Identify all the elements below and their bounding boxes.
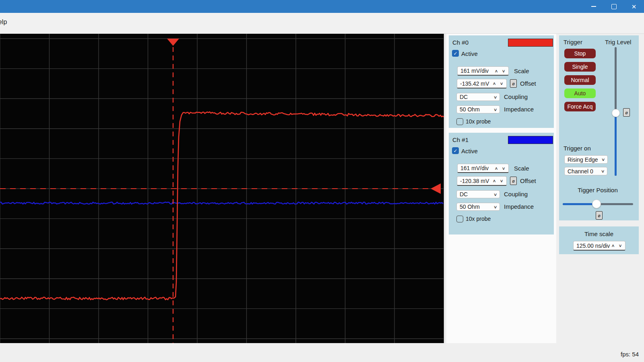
time-scale-panel: Time scale 125.00 ns/div ∧∨: [559, 226, 639, 254]
increment-icon[interactable]: ∧: [495, 69, 498, 73]
trigger-stop-button[interactable]: Stop: [564, 49, 596, 58]
impedance-value: 50 Ohm: [460, 106, 480, 113]
time-scale-spinner[interactable]: 125.00 ns/div ∧∨: [573, 241, 625, 251]
channel-1-card: Ch #1 ✓ Active 161 mV/div ∧∨ Scale -120.…: [449, 133, 554, 234]
trigger-single-button[interactable]: Single: [564, 62, 596, 72]
minimize-icon: [591, 6, 596, 7]
decrement-icon[interactable]: ∨: [500, 81, 504, 86]
trig-level-slider-thumb[interactable]: [612, 109, 620, 117]
channel-0-active-checkbox[interactable]: ✓: [452, 50, 459, 57]
channel-1-impedance-select[interactable]: 50 Ohm ∨: [456, 203, 500, 211]
channel-1-probe-checkbox[interactable]: [456, 216, 463, 222]
zero-icon: ø: [512, 81, 515, 86]
time-scale-value: 125.00 ns/div: [576, 243, 610, 249]
zero-icon: ø: [512, 179, 515, 183]
offset-value: -120.38 mV: [460, 178, 489, 184]
offset-value: -135.42 mV: [460, 80, 489, 87]
minimize-button[interactable]: [584, 0, 604, 13]
probe-label: 10x probe: [466, 216, 491, 222]
channel-0-offset-zero-button[interactable]: ø: [510, 79, 517, 88]
channel-0-title: Ch #0: [452, 39, 469, 46]
maximize-button[interactable]: [604, 0, 624, 13]
channel-0-card: Ch #0 ✓ Active 161 mV/div ∧∨ Scale -135.…: [449, 35, 554, 128]
title-bar: ✕: [0, 0, 644, 13]
scale-value: 161 mV/div: [460, 165, 489, 171]
menu-item-help[interactable]: Help: [0, 19, 7, 26]
channel-0-probe-checkbox[interactable]: [456, 118, 463, 125]
trigger-position-slider-fill: [563, 203, 597, 205]
decrement-icon[interactable]: ∨: [502, 166, 506, 171]
channel-1-offset-spinner[interactable]: -120.38 mV ∧∨: [457, 176, 507, 186]
fps-counter: fps: 54: [621, 351, 639, 358]
channel-0-scale-spinner[interactable]: 161 mV/div ∧∨: [457, 66, 509, 76]
decrement-icon[interactable]: ∨: [502, 69, 506, 73]
close-button[interactable]: ✕: [624, 0, 644, 13]
trigger-force-acq-button[interactable]: Force Acq: [564, 102, 596, 111]
coupling-value: DC: [460, 191, 468, 197]
channel-0-impedance-select[interactable]: 50 Ohm ∨: [456, 105, 500, 113]
increment-icon[interactable]: ∧: [611, 243, 615, 248]
window-controls: ✕: [584, 0, 644, 13]
trigger-on-label: Trigger on: [564, 145, 591, 152]
coupling-label: Coupling: [504, 191, 528, 197]
menu-clip-region: Help: [0, 13, 24, 33]
chevron-down-icon: ∨: [493, 95, 497, 99]
time-scale-title: Time scale: [559, 230, 639, 237]
scale-value: 161 mV/div: [460, 68, 489, 74]
check-icon: ✓: [453, 51, 457, 56]
zero-icon: ø: [598, 213, 601, 218]
channel-1-offset-zero-button[interactable]: ø: [510, 177, 517, 185]
coupling-label: Coupling: [504, 93, 528, 100]
active-label: Active: [461, 148, 478, 154]
trigger-auto-button[interactable]: Auto: [564, 88, 596, 98]
impedance-label: Impedance: [504, 106, 534, 113]
trigger-normal-button[interactable]: Normal: [564, 75, 596, 85]
chevron-down-icon: ∨: [601, 157, 605, 162]
coupling-value: DC: [460, 94, 468, 100]
decrement-icon[interactable]: ∨: [500, 179, 504, 183]
close-icon: ✕: [632, 4, 637, 10]
edge-value: Rising Edge: [568, 156, 598, 163]
trigger-position-zero-button[interactable]: ø: [596, 211, 603, 220]
active-label: Active: [461, 50, 478, 57]
increment-icon[interactable]: ∧: [495, 166, 498, 171]
channel-0-color-swatch[interactable]: [508, 39, 553, 47]
trigger-title: Trigger: [564, 39, 582, 45]
trig-level-zero-button[interactable]: ø: [623, 108, 630, 117]
zero-icon: ø: [625, 110, 628, 115]
oscilloscope-display[interactable]: [0, 34, 444, 343]
impedance-label: Impedance: [504, 203, 534, 210]
channels-panel: Ch #0 ✓ Active 161 mV/div ∧∨ Scale -135.…: [446, 34, 556, 343]
channel-1-color-swatch[interactable]: [508, 136, 553, 144]
trigger-position-label: Tigger Position: [559, 187, 636, 193]
channel-0-coupling-select[interactable]: DC ∨: [456, 93, 500, 101]
trigger-position-slider-thumb[interactable]: [592, 200, 601, 208]
decrement-icon[interactable]: ∨: [619, 243, 622, 248]
scale-label: Scale: [514, 165, 529, 172]
channel-1-scale-spinner[interactable]: 161 mV/div ∧∨: [457, 164, 509, 173]
chevron-down-icon: ∨: [493, 107, 497, 112]
impedance-value: 50 Ohm: [460, 204, 480, 210]
source-value: Channel 0: [568, 168, 593, 175]
trace-channel-0: [0, 112, 444, 300]
maximize-icon: [611, 4, 617, 9]
trig-level-slider-fill: [615, 113, 617, 176]
trigger-source-select[interactable]: Channel 0 ∨: [564, 167, 607, 175]
chevron-down-icon: ∨: [601, 169, 605, 173]
trig-level-label: Trig Level: [605, 39, 631, 45]
trigger-position-marker[interactable]: [167, 39, 179, 46]
channel-1-active-checkbox[interactable]: ✓: [452, 147, 459, 154]
channel-0-offset-spinner[interactable]: -135.42 mV ∧∨: [457, 79, 507, 88]
probe-label: 10x probe: [466, 118, 491, 125]
channel-1-title: Ch #1: [452, 136, 469, 143]
increment-icon[interactable]: ∧: [493, 81, 496, 86]
trigger-level-marker[interactable]: [431, 183, 441, 194]
offset-label: Offset: [520, 177, 536, 184]
menu-bar: [0, 13, 644, 34]
scope-canvas: [0, 34, 444, 343]
channel-1-coupling-select[interactable]: DC ∨: [456, 190, 500, 198]
increment-icon[interactable]: ∧: [493, 179, 496, 183]
trigger-edge-select[interactable]: Rising Edge ∨: [564, 155, 608, 164]
chevron-down-icon: ∨: [493, 205, 497, 209]
chevron-down-icon: ∨: [493, 192, 497, 197]
